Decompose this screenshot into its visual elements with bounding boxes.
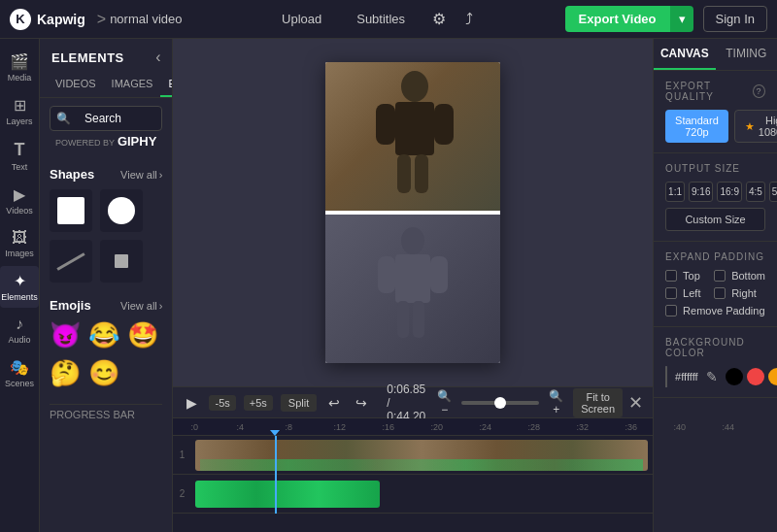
subtitles-button[interactable]: Subtitles bbox=[349, 8, 413, 30]
signin-button[interactable]: Sign In bbox=[703, 6, 767, 32]
ruler-mark-16: :16 bbox=[382, 422, 394, 432]
split-button[interactable]: Split bbox=[281, 394, 317, 412]
close-timeline-button[interactable]: ✕ bbox=[628, 392, 643, 414]
padding-right-option[interactable]: Right bbox=[714, 287, 765, 299]
settings-icon[interactable]: ⚙ bbox=[432, 10, 446, 28]
swatch-red[interactable] bbox=[747, 368, 764, 385]
sidebar-item-scenes[interactable]: 🎭 Scenes bbox=[0, 352, 39, 394]
svg-rect-7 bbox=[395, 254, 430, 303]
ruler-marks: :0 :4 :8 :12 :16 :20 :24 :28 :32 :36 :40… bbox=[173, 418, 653, 436]
quality-options: Standard 720p ★High 1080p+ bbox=[665, 110, 765, 143]
padding-top-option[interactable]: Top bbox=[665, 270, 708, 282]
size-4-5-button[interactable]: 4:5 bbox=[746, 182, 765, 202]
search-input[interactable] bbox=[77, 107, 162, 130]
track-strip-2 bbox=[195, 481, 380, 508]
tab-elements[interactable]: ELEMENTS bbox=[160, 72, 173, 97]
fit-to-screen-button[interactable]: Fit to Screen bbox=[573, 388, 623, 417]
shape-circle-item[interactable] bbox=[100, 189, 143, 232]
padding-left-label: Left bbox=[683, 287, 700, 299]
tab-videos[interactable]: VIDEOS bbox=[48, 72, 104, 97]
emoji-5[interactable]: 😊 bbox=[88, 358, 119, 388]
upload-button[interactable]: Upload bbox=[274, 8, 329, 30]
padding-left-option[interactable]: Left bbox=[665, 287, 708, 299]
zoom-slider[interactable] bbox=[461, 401, 539, 405]
skip-back-button[interactable]: -5s bbox=[209, 395, 235, 411]
padding-left-checkbox[interactable] bbox=[665, 287, 677, 299]
swatch-yellow[interactable] bbox=[768, 368, 777, 385]
collapse-button[interactable]: ‹ bbox=[155, 49, 160, 66]
share-icon[interactable]: ⤴ bbox=[465, 11, 473, 28]
play-button[interactable]: ▶ bbox=[183, 393, 201, 413]
undo-button[interactable]: ↩ bbox=[324, 393, 344, 413]
main-content: 🎬 Media ⊞ Layers T Text ▶ Videos 🖼 Image… bbox=[0, 39, 777, 532]
help-icon[interactable]: ? bbox=[753, 84, 765, 98]
export-button[interactable]: Export Video bbox=[565, 6, 670, 32]
zoom-in-icon[interactable]: 🔍+ bbox=[545, 387, 567, 418]
sidebar-item-text[interactable]: T Text bbox=[0, 134, 39, 178]
standard-quality-button[interactable]: Standard 720p bbox=[665, 110, 728, 143]
sidebar-item-media[interactable]: 🎬 Media bbox=[0, 47, 39, 88]
emoji-3[interactable]: 🤩 bbox=[127, 320, 158, 350]
tab-timing[interactable]: TIMING bbox=[716, 39, 777, 70]
padding-right-checkbox[interactable] bbox=[714, 287, 726, 299]
skip-forward-button[interactable]: +5s bbox=[244, 395, 273, 411]
sidebar-item-videos[interactable]: ▶ Videos bbox=[0, 180, 39, 221]
circle-shape bbox=[108, 197, 135, 224]
app-logo[interactable]: K Kapwig bbox=[10, 9, 85, 30]
padding-top-checkbox[interactable] bbox=[665, 270, 677, 282]
breadcrumb-separator: > bbox=[97, 11, 106, 28]
video-placeholder-top bbox=[325, 62, 500, 211]
sidebar-item-audio[interactable]: ♪ Audio bbox=[0, 310, 39, 350]
video-bottom bbox=[325, 211, 500, 363]
ruler-mark-4: :4 bbox=[236, 422, 244, 432]
emojis-section-header: Emojis View all › bbox=[50, 298, 162, 313]
emoji-1[interactable]: 😈 bbox=[50, 320, 81, 350]
emojis-view-all[interactable]: View all › bbox=[120, 300, 162, 312]
size-5-4-button[interactable]: 5:4 bbox=[769, 182, 777, 202]
audio-icon: ♪ bbox=[16, 316, 23, 333]
remove-padding-checkbox[interactable] bbox=[665, 305, 677, 316]
canvas-main[interactable] bbox=[173, 39, 653, 386]
remove-padding-option[interactable]: Remove Padding bbox=[665, 305, 765, 316]
padding-bottom-label: Bottom bbox=[731, 270, 765, 282]
playhead-head bbox=[270, 430, 280, 436]
logo-icon: K bbox=[10, 9, 31, 30]
svg-rect-1 bbox=[395, 102, 434, 155]
custom-size-button[interactable]: Custom Size bbox=[665, 208, 765, 231]
color-hex-value: #ffffff bbox=[675, 371, 697, 382]
tab-images[interactable]: IMAGES bbox=[104, 72, 161, 97]
zoom-out-icon[interactable]: 🔍− bbox=[433, 387, 456, 418]
color-preview[interactable] bbox=[665, 366, 667, 387]
svg-rect-2 bbox=[376, 104, 395, 145]
sidebar-item-elements[interactable]: ✦ Elements bbox=[0, 266, 39, 308]
sidebar-item-images[interactable]: 🖼 Images bbox=[0, 223, 39, 264]
track-content-1[interactable] bbox=[190, 438, 653, 473]
high-quality-button[interactable]: ★High 1080p+ bbox=[734, 110, 777, 143]
bg-color-title: BACKGROUND COLOR bbox=[665, 337, 765, 358]
padding-bottom-checkbox[interactable] bbox=[714, 270, 726, 282]
size-9-16-button[interactable]: 9:16 bbox=[689, 182, 713, 202]
svg-rect-10 bbox=[397, 301, 409, 338]
export-dropdown-button[interactable]: ▾ bbox=[670, 6, 693, 32]
shape-small-item[interactable] bbox=[100, 240, 143, 283]
emoji-4[interactable]: 🤔 bbox=[50, 358, 81, 388]
images-icon: 🖼 bbox=[12, 229, 27, 247]
progress-bar-label: PROGRESS BAR bbox=[50, 404, 162, 424]
size-1-1-button[interactable]: 1:1 bbox=[665, 182, 685, 202]
tab-canvas[interactable]: CANVAS bbox=[654, 39, 715, 70]
ruler-mark-12: :12 bbox=[333, 422, 346, 432]
padding-bottom-option[interactable]: Bottom bbox=[714, 270, 765, 282]
sidebar-item-layers[interactable]: ⊞ Layers bbox=[0, 90, 39, 132]
track-content-2[interactable] bbox=[190, 477, 653, 512]
color-picker-icon[interactable]: ✎ bbox=[706, 369, 718, 384]
shape-line-item[interactable] bbox=[50, 240, 92, 283]
emoji-2[interactable]: 😂 bbox=[88, 320, 119, 350]
redo-button[interactable]: ↪ bbox=[352, 393, 371, 413]
size-16-9-button[interactable]: 16:9 bbox=[717, 182, 741, 202]
swatch-black[interactable] bbox=[726, 368, 743, 385]
logo-text: Kapwig bbox=[37, 12, 85, 27]
output-size-title: OUTPUT SIZE bbox=[665, 163, 765, 174]
shapes-view-all[interactable]: View all › bbox=[120, 169, 162, 181]
canvas-area: ▶ -5s +5s Split ↩ ↪ 0:06.85 / 0:44.20 🔍−… bbox=[173, 39, 653, 532]
shape-square-item[interactable] bbox=[50, 189, 92, 232]
